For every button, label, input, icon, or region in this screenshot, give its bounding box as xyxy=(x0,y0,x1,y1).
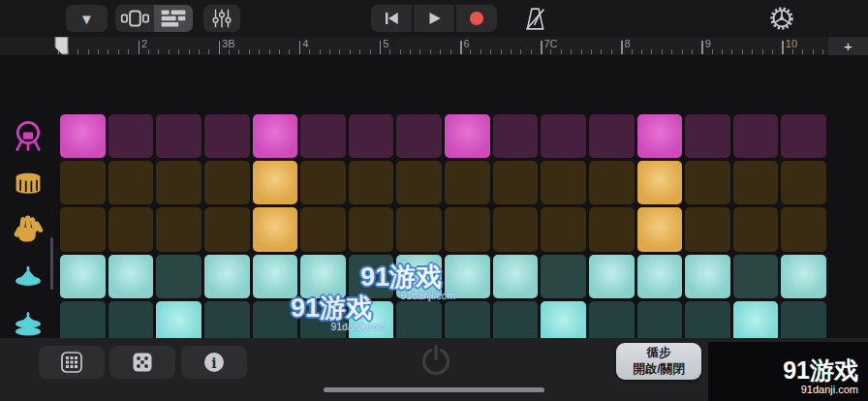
step-cell-on[interactable] xyxy=(685,255,730,298)
ruler-tick xyxy=(359,49,360,54)
track-icon-snare[interactable] xyxy=(0,161,56,204)
step-cell-off[interactable] xyxy=(541,161,586,204)
step-cell-on[interactable] xyxy=(637,207,683,251)
step-cell-off[interactable] xyxy=(733,255,779,298)
step-cell-on[interactable] xyxy=(637,114,683,158)
randomize-button[interactable] xyxy=(109,346,175,379)
ruler-tick xyxy=(641,49,642,54)
step-cell-on[interactable] xyxy=(253,114,298,158)
step-cell-off[interactable] xyxy=(396,207,442,251)
step-cell-off[interactable] xyxy=(60,161,106,204)
step-cell-on[interactable] xyxy=(589,255,635,298)
step-cell-on[interactable] xyxy=(204,255,250,298)
track-controls-button[interactable] xyxy=(203,5,240,32)
step-cell-off[interactable] xyxy=(781,114,826,158)
play-button[interactable] xyxy=(414,5,454,32)
step-cell-off[interactable] xyxy=(108,161,154,204)
step-cell-on[interactable] xyxy=(493,255,539,298)
step-cell-on[interactable] xyxy=(253,255,298,298)
home-indicator[interactable] xyxy=(324,387,544,392)
step-cell-off[interactable] xyxy=(733,114,779,158)
step-cell-off[interactable] xyxy=(108,207,154,251)
scroll-indicator[interactable] xyxy=(50,237,53,290)
step-cell-off[interactable] xyxy=(300,207,346,251)
info-button[interactable]: i xyxy=(181,346,247,379)
step-cell-off[interactable] xyxy=(204,161,250,204)
pads-mode-button[interactable] xyxy=(39,346,105,379)
step-cell-off[interactable] xyxy=(733,161,779,204)
step-cell-off[interactable] xyxy=(445,161,490,204)
step-cell-off[interactable] xyxy=(300,114,346,158)
step-cell-on[interactable] xyxy=(300,255,346,298)
step-cell-off[interactable] xyxy=(204,207,250,251)
ruler-tick xyxy=(320,49,321,54)
step-cell-on[interactable] xyxy=(396,255,442,298)
step-cell-off[interactable] xyxy=(781,207,826,251)
step-cell-off[interactable] xyxy=(445,207,490,251)
add-bars-button[interactable]: + xyxy=(828,37,868,55)
step-cell-on[interactable] xyxy=(253,161,298,204)
step-cell-off[interactable] xyxy=(685,114,730,158)
step-cell-off[interactable] xyxy=(349,161,394,204)
ruler-tick xyxy=(400,49,401,54)
power-icon xyxy=(419,343,452,378)
step-cell-off[interactable] xyxy=(349,114,394,158)
ruler-tick xyxy=(822,49,823,54)
rows-view-button[interactable] xyxy=(154,5,193,32)
ruler-tick xyxy=(692,49,693,54)
loop-toggle-button[interactable]: 循步 開啟/關閉 xyxy=(616,343,701,380)
step-cell-on[interactable] xyxy=(445,255,490,298)
step-cell-on[interactable] xyxy=(445,114,490,158)
playhead-marker[interactable] xyxy=(54,37,69,55)
step-cell-off[interactable] xyxy=(589,114,635,158)
step-cell-off[interactable] xyxy=(541,207,586,251)
step-cell-off[interactable] xyxy=(685,161,730,204)
step-cell-off[interactable] xyxy=(349,207,394,251)
step-cell-off[interactable] xyxy=(156,255,202,298)
step-cell-off[interactable] xyxy=(541,255,586,298)
step-cell-off[interactable] xyxy=(60,207,106,251)
step-cell-off[interactable] xyxy=(493,114,539,158)
step-cell-off[interactable] xyxy=(589,161,635,204)
ruler-tick xyxy=(601,49,602,54)
step-cell-off[interactable] xyxy=(493,207,539,251)
track-icon-hihat[interactable] xyxy=(0,255,56,298)
step-cell-on[interactable] xyxy=(781,255,826,298)
step-cell-off[interactable] xyxy=(541,114,586,158)
record-button[interactable] xyxy=(456,5,497,32)
timeline-ruler[interactable]: 23B4567C8910 + xyxy=(0,37,868,55)
pads-view-button[interactable] xyxy=(115,5,154,32)
step-cell-on[interactable] xyxy=(60,255,106,298)
ruler-tick xyxy=(742,49,743,54)
step-cell-on[interactable] xyxy=(637,255,683,298)
step-cell-off[interactable] xyxy=(733,207,779,251)
step-cell-off[interactable] xyxy=(349,255,394,298)
power-button[interactable] xyxy=(419,343,452,382)
ruler-tick xyxy=(722,49,723,54)
step-cell-off[interactable] xyxy=(108,114,154,158)
hide-controls-button[interactable]: ▼ xyxy=(66,5,108,32)
step-cell-off[interactable] xyxy=(300,161,346,204)
step-cell-on[interactable] xyxy=(253,207,298,251)
step-cell-on[interactable] xyxy=(637,161,683,204)
track-icon-clap[interactable] xyxy=(0,207,56,251)
step-cell-off[interactable] xyxy=(156,161,202,204)
ruler-tick xyxy=(531,49,532,54)
step-cell-off[interactable] xyxy=(781,161,826,204)
step-cell-off[interactable] xyxy=(396,161,442,204)
ruler-tick xyxy=(682,49,683,54)
step-cell-off[interactable] xyxy=(589,207,635,251)
ruler-tick xyxy=(350,49,351,54)
track-icon-kick[interactable] xyxy=(0,114,56,158)
step-cell-off[interactable] xyxy=(396,114,442,158)
step-cell-off[interactable] xyxy=(204,114,250,158)
step-cell-on[interactable] xyxy=(60,114,106,158)
step-cell-off[interactable] xyxy=(685,207,730,251)
settings-button[interactable] xyxy=(768,5,795,36)
step-cell-off[interactable] xyxy=(156,114,202,158)
step-cell-off[interactable] xyxy=(156,207,202,251)
step-cell-off[interactable] xyxy=(493,161,539,204)
step-cell-on[interactable] xyxy=(108,255,154,298)
skip-to-start-button[interactable] xyxy=(371,5,412,32)
metronome-button[interactable] xyxy=(521,6,549,36)
